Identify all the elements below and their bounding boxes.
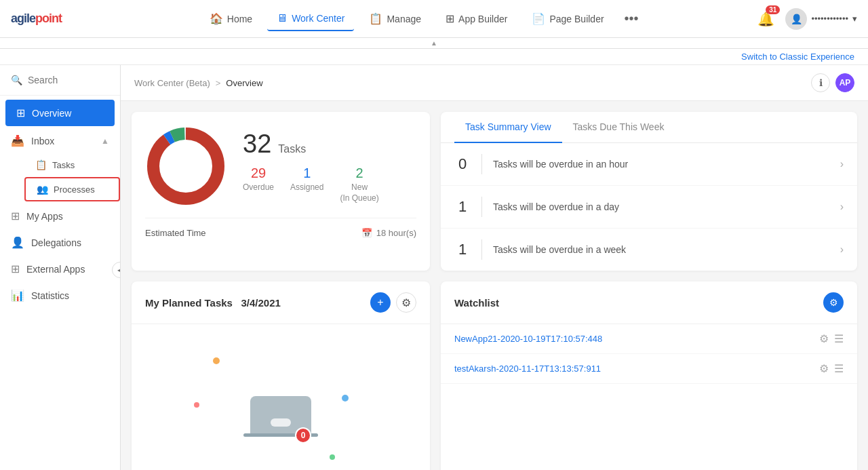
sidebar: 🔍 ⊞ Overview 📥 Inbox ▲ 📋 Tasks 👥 P [0, 65, 121, 470]
add-planned-task-button[interactable]: + [370, 292, 391, 313]
planned-tasks-actions: + ⚙ [370, 292, 416, 313]
recycle-icon[interactable]: ⚙ [819, 332, 829, 345]
sidebar-statistics-label: Statistics [31, 290, 109, 301]
overdue-day-count: 1 [454, 198, 471, 216]
plus-icon: + [377, 296, 383, 309]
breadcrumb: Work Center (Beta) > Overview ℹ AP [121, 65, 868, 101]
watchlist-link-2[interactable]: testAkarsh-2020-11-17T13:13:57:911 [454, 364, 601, 374]
bottom-row: My Planned Tasks 3/4/2021 + ⚙ [132, 281, 857, 470]
sidebar-section: ⊞ Overview 📥 Inbox ▲ 📋 Tasks 👥 Processes [0, 96, 120, 311]
info-button[interactable]: ℹ [811, 73, 830, 92]
watchlist-settings-button[interactable]: ⚙ [823, 292, 844, 313]
nav-home[interactable]: 🏠 Home [200, 7, 262, 31]
chevron-right-icon: › [840, 201, 844, 213]
chevron-up-icon: ▲ [101, 136, 109, 146]
sidebar-item-myapps[interactable]: ⊞ My Apps [0, 203, 120, 229]
sidebar-item-inbox[interactable]: 📥 Inbox ▲ [0, 128, 120, 154]
overview-icon: ⊞ [16, 106, 25, 119]
tab-task-summary-view[interactable]: Task Summary View [454, 112, 562, 143]
breadcrumb-parent[interactable]: Work Center (Beta) [134, 78, 210, 88]
avatar-button[interactable]: AP [835, 73, 854, 92]
tab-due-week-label: Tasks Due This Week [573, 121, 665, 132]
watchlist-item-actions: ⚙ ☰ [819, 332, 844, 345]
watchlist-item-actions: ⚙ ☰ [819, 362, 844, 375]
home-icon: 🏠 [210, 12, 223, 25]
nav-pagebuilder[interactable]: 📄 Page Builder [522, 7, 613, 31]
sidebar-myapps-label: My Apps [26, 211, 109, 222]
assigned-value: 1 [290, 165, 323, 181]
tab-summary-label: Task Summary View [465, 121, 551, 132]
sidebar-item-tasks[interactable]: 📋 Tasks [24, 154, 120, 176]
search-input[interactable] [28, 75, 109, 85]
separator [481, 197, 482, 217]
inbox-icon: 📥 [11, 134, 24, 147]
logo: agilepoint [11, 12, 62, 26]
planned-tasks-settings-button[interactable]: ⚙ [396, 292, 416, 313]
sidebar-item-processes[interactable]: 👥 Processes [24, 177, 120, 201]
task-stat-row: 29 Overdue 1 Assigned 2 New [243, 165, 379, 203]
recycle-icon[interactable]: ⚙ [819, 362, 829, 375]
sidebar-item-externalapps[interactable]: ⊞ External Apps [0, 256, 120, 282]
tab-tasks-due-this-week[interactable]: Tasks Due This Week [562, 112, 675, 143]
watchlist-gear-icon: ⚙ [829, 297, 838, 308]
table-row[interactable]: 1 Tasks will be overdue in a day › [441, 186, 857, 229]
sidebar-processes-label: Processes [54, 184, 95, 195]
logo-text: agilepoint [11, 12, 62, 26]
calendar-icon: 📅 [361, 228, 372, 238]
notifications-button[interactable]: 🔔 31 [755, 8, 777, 30]
notif-badge: 31 [766, 5, 780, 14]
assigned-stat: 1 Assigned [290, 165, 323, 203]
classic-switch-link[interactable]: Switch to Classic Experience [741, 52, 854, 62]
nav-manage[interactable]: 📋 Manage [359, 7, 431, 31]
classic-banner: Switch to Classic Experience [0, 49, 868, 65]
watchlist-card: Watchlist ⚙ NewApp21-2020-10-19T17:10:57… [441, 281, 857, 470]
chevron-right-icon: › [840, 158, 844, 170]
gear-icon: ⚙ [401, 296, 411, 309]
overdue-label: Overdue [243, 182, 274, 192]
overdue-day-text: Tasks will be overdue in a day [493, 201, 829, 212]
user-name: •••••••••••• [811, 14, 848, 24]
assigned-label: Assigned [290, 182, 323, 192]
top-nav: agilepoint 🏠 Home 🖥 Work Center 📋 Manage… [0, 0, 868, 38]
appbuilder-icon: ⊞ [446, 12, 454, 25]
overdue-hour-count: 0 [454, 155, 471, 173]
table-row[interactable]: 1 Tasks will be overdue in a week › [441, 229, 857, 271]
sidebar-item-statistics[interactable]: 📊 Statistics [0, 282, 120, 309]
planned-tasks-date: 3/4/2021 [241, 297, 280, 309]
table-row[interactable]: 0 Tasks will be overdue in an hour › [441, 143, 857, 186]
breadcrumb-path: Work Center (Beta) > Overview [134, 78, 263, 88]
sidebar-sub-items: 📋 Tasks 👥 Processes [0, 154, 120, 201]
list-icon[interactable]: ☰ [834, 332, 844, 345]
nav-links: 🏠 Home 🖥 Work Center 📋 Manage ⊞ App Buil… [89, 7, 755, 31]
nav-workcenter[interactable]: 🖥 Work Center [267, 7, 354, 31]
sidebar-tasks-label: Tasks [52, 160, 75, 170]
overdue-week-text: Tasks will be overdue in a week [493, 244, 829, 255]
tasks-sub-icon: 📋 [35, 159, 47, 170]
breadcrumb-actions: ℹ AP [811, 73, 854, 92]
nav-right: 🔔 31 👤 •••••••••••• ▾ [755, 8, 857, 30]
nav-appbuilder[interactable]: ⊞ App Builder [436, 7, 517, 31]
dashboard: 32 Tasks 29 Overdue 1 Assigned [121, 101, 868, 470]
new-label: New [340, 182, 378, 192]
sidebar-externalapps-label: External Apps [26, 264, 109, 275]
new-stat: 2 New (In Queue) [340, 165, 378, 203]
delegations-icon: 👤 [11, 236, 24, 249]
planned-tasks-content: 0 [132, 324, 430, 470]
task-view-rows: 0 Tasks will be overdue in an hour › 1 T… [441, 143, 857, 271]
nav-more[interactable]: ••• [619, 8, 644, 29]
collapse-bar[interactable]: ▲ [0, 38, 868, 49]
list-icon[interactable]: ☰ [834, 362, 844, 375]
sidebar-item-delegations[interactable]: 👤 Delegations [0, 229, 120, 256]
user-avatar: 👤 [785, 8, 807, 30]
empty-state-illustration: 0 [145, 335, 416, 470]
sidebar-item-overview[interactable]: ⊞ Overview [5, 100, 115, 126]
watchlist-link-1[interactable]: NewApp21-2020-10-19T17:10:57:448 [454, 334, 602, 344]
search-container[interactable]: 🔍 [0, 65, 120, 96]
estimated-time: Estimated Time 📅 18 hour(s) [145, 218, 416, 238]
manage-icon: 📋 [369, 12, 382, 25]
donut-chart [145, 125, 226, 207]
processes-sub-icon: 👥 [37, 184, 48, 195]
workcenter-icon: 🖥 [277, 12, 288, 24]
list-item: testAkarsh-2020-11-17T13:13:57:911 ⚙ ☰ [441, 354, 857, 384]
user-menu-button[interactable]: 👤 •••••••••••• ▾ [785, 8, 857, 30]
